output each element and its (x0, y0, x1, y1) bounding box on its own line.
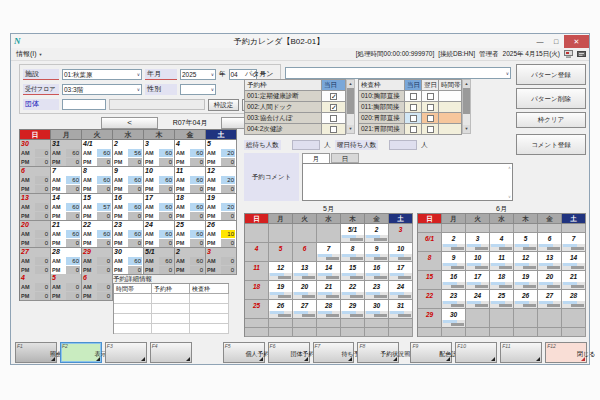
mini-day-cell[interactable]: 10 (389, 243, 413, 254)
mini-day-cell[interactable]: 30 (442, 309, 466, 320)
toolbar-button-f2[interactable]: F2表示 (60, 342, 102, 363)
tab-day[interactable]: 日 (331, 153, 359, 163)
checkbox[interactable] (427, 104, 434, 111)
calendar-day-cell[interactable]: 23AM60PM0 (113, 221, 144, 248)
group-input[interactable] (62, 99, 106, 110)
calendar-day-cell[interactable]: 29AM0PM0 (82, 248, 113, 275)
mini-day-cell[interactable]: 2 (365, 224, 389, 235)
mini-day-cell[interactable]: 18 (490, 271, 514, 282)
mini-day-cell[interactable] (490, 309, 514, 320)
mini-day-cell[interactable]: 20 (293, 281, 317, 292)
mini-day-cell[interactable]: 5/1 (341, 224, 365, 235)
mini-day-cell[interactable] (514, 309, 538, 320)
mini-day-cell[interactable]: 12 (269, 262, 293, 273)
exam-slot-scrollbar[interactable]: ▲ ▼ (462, 79, 471, 134)
scroll-down-icon[interactable]: ▼ (347, 125, 354, 133)
calendar-day-cell[interactable]: 16AM60PM0 (113, 194, 144, 221)
mini-day-cell[interactable]: 6 (538, 233, 562, 244)
calendar-day-cell[interactable]: 25AM60PM0 (175, 221, 206, 248)
checkbox[interactable] (330, 115, 337, 122)
pattern-select[interactable]: ∨ (285, 67, 511, 79)
calendar-day-cell[interactable]: 11AM60PM0 (175, 167, 206, 194)
calendar-day-cell[interactable]: 13AM0PM0 (20, 194, 51, 221)
checkbox[interactable] (410, 104, 417, 111)
slot-setting-button[interactable]: 枠設定 (208, 99, 239, 111)
mini-day-cell[interactable]: 6 (293, 243, 317, 254)
mini-day-cell[interactable]: 7 (562, 233, 586, 244)
mini-day-cell[interactable]: 15 (418, 271, 442, 282)
mini-day-cell[interactable]: 28 (562, 290, 586, 301)
checkbox[interactable] (427, 126, 434, 133)
maximize-button[interactable]: □ (548, 35, 564, 48)
comment-textarea[interactable]: ∧ ∨ (302, 163, 513, 201)
scroll-up-icon[interactable]: ▲ (463, 80, 470, 88)
mini-day-cell[interactable]: 20 (538, 271, 562, 282)
toolbar-button-f6[interactable]: F6団体予約登録 (268, 342, 310, 363)
calendar-day-cell[interactable]: 4AM0PM0 (20, 274, 51, 301)
calendar-day-cell[interactable]: 3AM0PM0 (206, 248, 237, 275)
mini-day-cell[interactable]: 25 (245, 300, 269, 311)
mini-day-cell[interactable]: 8 (341, 243, 365, 254)
pattern-delete-button[interactable]: パターン削除 (516, 88, 586, 109)
mini-day-cell[interactable]: 24 (466, 290, 490, 301)
mini-day-cell[interactable]: 4 (245, 243, 269, 254)
checkbox[interactable] (410, 115, 417, 122)
scroll-up-icon[interactable]: ▲ (347, 80, 354, 88)
slot-clear-button[interactable]: 枠クリア (516, 112, 586, 128)
calendar-day-cell[interactable]: 5AM20PM0 (206, 140, 237, 167)
mini-day-cell[interactable]: 21 (562, 271, 586, 282)
calendar-day-cell[interactable]: 26AM10PM0 (206, 221, 237, 248)
comment-register-button[interactable]: コメント登録 (516, 134, 586, 155)
prev-month-button[interactable]: < (101, 117, 158, 129)
calendar-day-cell[interactable]: 30AM0PM0 (20, 140, 51, 167)
calendar-day-cell[interactable]: 31AM60PM0 (51, 140, 82, 167)
mini-day-cell[interactable]: 26 (514, 290, 538, 301)
exam-time-header[interactable]: 時間帯▼ (439, 80, 462, 91)
toolbar-button-empty-f3[interactable]: F3 (105, 342, 147, 363)
mini-day-cell[interactable] (269, 224, 293, 235)
mini-day-cell[interactable]: 23 (365, 281, 389, 292)
calendar-day-cell[interactable]: 19AM20PM0 (206, 194, 237, 221)
mini-day-cell[interactable]: 13 (538, 252, 562, 263)
calendar-day-cell[interactable]: 6AM0PM0 (82, 274, 113, 301)
toolbar-button-f12[interactable]: F12閉じる (545, 342, 587, 363)
checkbox[interactable] (410, 93, 417, 100)
calendar-day-cell[interactable]: 4/1AM60PM0 (82, 140, 113, 167)
mini-day-cell[interactable] (562, 309, 586, 320)
calendar-day-cell[interactable]: 5/1AM60PM0 (144, 248, 175, 275)
calendar-day-cell[interactable]: 2AM56PM0 (113, 140, 144, 167)
mini-day-cell[interactable] (466, 309, 490, 320)
floor-select[interactable]: 03:3階 ∨ (62, 84, 142, 95)
calendar-day-cell[interactable]: 15AM57PM0 (82, 194, 113, 221)
mini-day-cell[interactable]: 29 (341, 300, 365, 311)
checkbox[interactable] (427, 115, 434, 122)
mini-day-cell[interactable]: 23 (442, 290, 466, 301)
scrollbar-thumb[interactable] (463, 88, 470, 114)
mini-day-cell[interactable]: 18 (245, 281, 269, 292)
mini-day-cell[interactable]: 27 (538, 290, 562, 301)
toolbar-button-f8[interactable]: F8予約状況照会 (357, 342, 399, 363)
calendar-day-cell[interactable]: 22AM60PM0 (82, 221, 113, 248)
calendar-day-cell[interactable]: 18AM60PM0 (175, 194, 206, 221)
calendar-day-cell[interactable]: 2AM60PM0 (175, 248, 206, 275)
mini-day-cell[interactable]: 6/1 (418, 233, 442, 244)
close-icon[interactable]: ✕ (564, 35, 589, 48)
mini-day-cell[interactable]: 15 (341, 262, 365, 273)
toolbar-button-empty-f10[interactable]: F10 (455, 342, 497, 363)
calendar-day-cell[interactable]: 7AM60PM0 (51, 167, 82, 194)
year-select[interactable]: 2025 ∨ (180, 69, 216, 80)
facility-select[interactable]: 01:秋葉原 ∨ (62, 69, 142, 80)
mini-day-cell[interactable]: 19 (514, 271, 538, 282)
mini-day-cell[interactable]: 7 (317, 243, 341, 254)
mini-day-cell[interactable]: 10 (466, 252, 490, 263)
mini-day-cell[interactable]: 3 (389, 224, 413, 235)
mini-day-cell[interactable]: 27 (293, 300, 317, 311)
mini-day-cell[interactable]: 22 (341, 281, 365, 292)
mini-day-cell[interactable]: 24 (389, 281, 413, 292)
mini-day-cell[interactable]: 31 (389, 300, 413, 311)
toolbar-button-f9[interactable]: F9配色設定 (410, 342, 452, 363)
checkbox[interactable]: ✓ (330, 104, 337, 111)
tab-month[interactable]: 月 (302, 153, 330, 163)
mini-day-cell[interactable]: 17 (466, 271, 490, 282)
calendar-day-cell[interactable]: 10AM60PM0 (144, 167, 175, 194)
